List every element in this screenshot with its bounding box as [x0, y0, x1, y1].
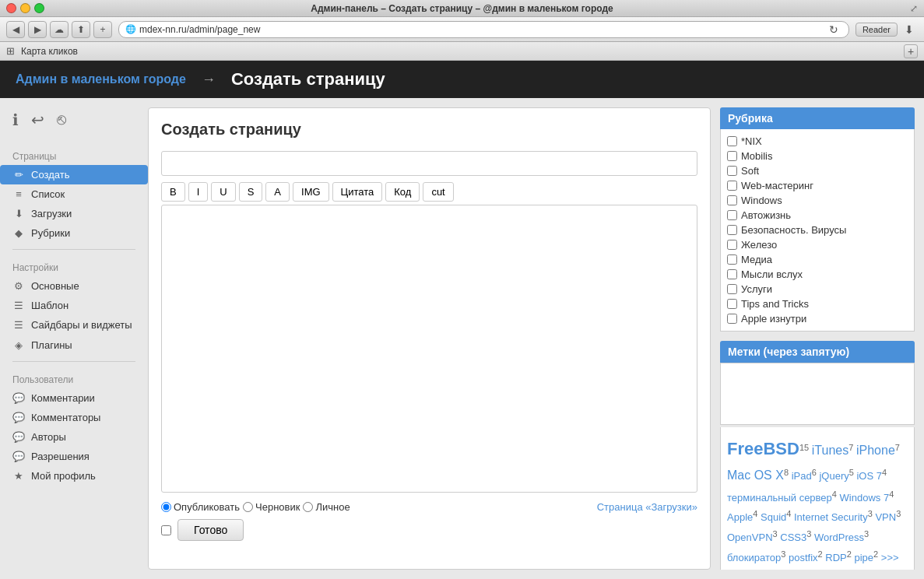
- rubric-checkbox-thoughts[interactable]: [727, 269, 737, 279]
- tag-word-19[interactable]: pipe2: [855, 552, 879, 563]
- info-icon[interactable]: ℹ: [12, 111, 19, 129]
- rubric-checkbox-tips[interactable]: [727, 299, 737, 309]
- add-tab-button[interactable]: +: [93, 21, 112, 38]
- rubric-item-iron[interactable]: Железо: [727, 237, 908, 252]
- bookmark-label[interactable]: Карта кликов: [21, 46, 78, 57]
- sidebar-item-comments[interactable]: 💬 Комментарии: [0, 388, 148, 408]
- title-input[interactable]: [161, 151, 697, 176]
- rubric-item-apple[interactable]: Apple изнутри: [727, 311, 908, 326]
- tag-word-18[interactable]: RDP2: [825, 552, 852, 563]
- sidebar-item-downloads[interactable]: ⬇ Загрузки: [0, 204, 148, 223]
- rubric-item-mobilis[interactable]: Mobilis: [727, 149, 908, 163]
- sidebar-item-authors[interactable]: 💬 Авторы: [0, 427, 148, 447]
- forward-button[interactable]: ▶: [28, 21, 47, 38]
- rubric-checkbox-apple[interactable]: [727, 314, 737, 324]
- strikethrough-button[interactable]: S: [239, 182, 263, 202]
- rubric-checkbox-webmaster[interactable]: [727, 181, 737, 191]
- rubric-checkbox-media[interactable]: [727, 254, 737, 265]
- draft-radio[interactable]: [243, 502, 253, 512]
- tag-word-0[interactable]: FreeBSD15: [727, 445, 809, 457]
- rubric-item-soft[interactable]: Soft: [727, 163, 908, 178]
- private-radio[interactable]: [303, 502, 313, 512]
- tag-word-11[interactable]: Internet Security3: [794, 511, 873, 523]
- rubric-checkbox-nix[interactable]: [727, 136, 737, 146]
- italic-button[interactable]: I: [188, 182, 209, 202]
- rubric-item-nix[interactable]: *NIX: [727, 134, 908, 149]
- bold-button[interactable]: B: [161, 182, 185, 202]
- rubric-item-webmaster[interactable]: Web-мастеринг: [727, 178, 908, 193]
- address-bar[interactable]: 🌐 mdex-nn.ru/admin/page_new ↻: [118, 21, 849, 38]
- window-controls[interactable]: [6, 3, 44, 13]
- cloud-button[interactable]: ☁: [50, 21, 69, 38]
- tag-word-4[interactable]: iPad6: [792, 470, 817, 482]
- rubric-item-media[interactable]: Медиа: [727, 252, 908, 267]
- rubric-checkbox-soft[interactable]: [727, 166, 737, 176]
- rubric-checkbox-iron[interactable]: [727, 240, 737, 250]
- tag-word-5[interactable]: jQuery5: [819, 470, 853, 482]
- minimize-button[interactable]: [20, 3, 30, 13]
- link-button[interactable]: A: [265, 182, 290, 202]
- tag-word-17[interactable]: postfix2: [789, 552, 823, 563]
- tags-input[interactable]: [720, 363, 915, 425]
- submit-checkbox[interactable]: [161, 525, 171, 535]
- tag-word-14[interactable]: CSS33: [780, 532, 811, 543]
- sidebar-item-list[interactable]: ≡ Список: [0, 184, 148, 204]
- reload-button[interactable]: ↻: [825, 21, 842, 38]
- rubric-item-services[interactable]: Услуги: [727, 282, 908, 297]
- back-button[interactable]: ◀: [6, 21, 25, 38]
- brand-name[interactable]: Админ в маленьком городе: [16, 72, 186, 86]
- exit-icon[interactable]: ⎋: [57, 111, 66, 129]
- rubric-checkbox-mobilis[interactable]: [727, 151, 737, 161]
- tag-word-20[interactable]: >>>: [881, 552, 899, 563]
- quote-button[interactable]: Цитата: [332, 182, 383, 202]
- tag-word-16[interactable]: блокиратор3: [727, 552, 785, 563]
- tag-word-10[interactable]: Squid4: [761, 511, 791, 523]
- code-button[interactable]: Код: [385, 182, 420, 202]
- rubric-item-windows[interactable]: Windows: [727, 193, 908, 208]
- tag-word-6[interactable]: iOS 74: [856, 470, 887, 482]
- publish-option-publish[interactable]: Опубликовать: [161, 501, 240, 513]
- editor-textarea[interactable]: [161, 205, 697, 493]
- page-link[interactable]: Страница «Загрузки»: [597, 501, 697, 513]
- download-icon[interactable]: ⬇: [901, 21, 918, 38]
- tag-word-3[interactable]: Mac OS X8: [727, 470, 789, 482]
- sidebar-item-basic[interactable]: ⚙ Основные: [0, 276, 148, 296]
- share-button[interactable]: ⬆: [72, 21, 90, 38]
- rubric-checkbox-services[interactable]: [727, 284, 737, 294]
- tag-word-8[interactable]: Windows 74: [840, 492, 894, 504]
- sidebar-item-rubrics[interactable]: ◆ Рубрики: [0, 223, 148, 243]
- tag-word-7[interactable]: терминальный сервер4: [727, 492, 837, 504]
- maximize-button[interactable]: [34, 3, 44, 13]
- rubric-checkbox-autolife[interactable]: [727, 210, 737, 220]
- tag-word-15[interactable]: WordPress3: [814, 532, 869, 543]
- sidebar-item-template[interactable]: ☰ Шаблон: [0, 296, 148, 315]
- sidebar-item-plugins[interactable]: ◈ Плагины: [0, 335, 148, 355]
- rubric-item-thoughts[interactable]: Мысли вслух: [727, 267, 908, 282]
- underline-button[interactable]: U: [211, 182, 235, 202]
- tag-word-12[interactable]: VPN3: [875, 511, 901, 523]
- publish-option-draft[interactable]: Черновик: [243, 501, 300, 513]
- expand-icon[interactable]: ⤢: [910, 3, 918, 14]
- share-icon[interactable]: ↩: [31, 111, 44, 129]
- sidebar-item-create[interactable]: ✏ Создать: [0, 165, 148, 184]
- rubric-item-autolife[interactable]: Автожизнь: [727, 208, 908, 223]
- sidebar-item-myprofile[interactable]: ★ Мой профиль: [0, 466, 148, 486]
- sidebar-item-commentators[interactable]: 💬 Комментаторы: [0, 408, 148, 427]
- rubric-item-security[interactable]: Безопасность. Вирусы: [727, 223, 908, 237]
- image-button[interactable]: IMG: [293, 182, 329, 202]
- publish-radio[interactable]: [161, 502, 171, 512]
- tag-word-13[interactable]: OpenVPN3: [727, 532, 778, 543]
- sidebar-item-sidebars[interactable]: ☰ Сайдбары и виджеты: [0, 315, 148, 335]
- close-button[interactable]: [6, 3, 16, 13]
- cut-button[interactable]: cut: [423, 182, 453, 202]
- add-bookmark-button[interactable]: +: [904, 44, 918, 58]
- tag-word-9[interactable]: Apple4: [727, 511, 757, 523]
- publish-option-private[interactable]: Личное: [303, 501, 350, 513]
- tag-word-2[interactable]: iPhone7: [856, 445, 900, 457]
- rubric-checkbox-windows[interactable]: [727, 195, 737, 205]
- rubric-item-tips[interactable]: Tips and Tricks: [727, 297, 908, 311]
- sidebar-item-permissions[interactable]: 💬 Разрешения: [0, 447, 148, 466]
- tag-word-1[interactable]: iTunes7: [812, 445, 854, 457]
- submit-button[interactable]: Готово: [177, 519, 244, 541]
- reader-button[interactable]: Reader: [855, 23, 898, 37]
